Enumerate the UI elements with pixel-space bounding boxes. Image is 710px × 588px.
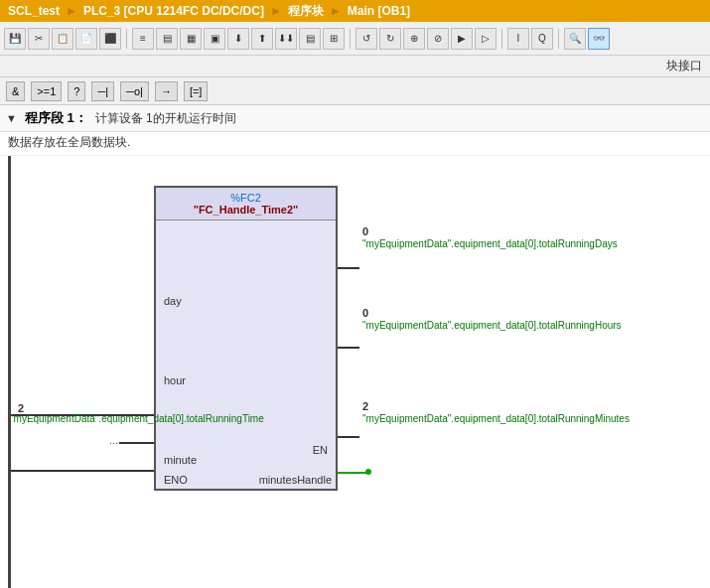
- segment-header: ▼ 程序段 1： 计算设备 1的开机运行时间: [0, 105, 710, 132]
- tb-btn-17[interactable]: ⊕: [403, 28, 425, 50]
- tb-btn-19[interactable]: ▶: [451, 28, 473, 50]
- tb-btn-12[interactable]: ⬇⬇: [275, 28, 297, 50]
- hour-pin-label: hour: [164, 374, 186, 386]
- fc-block-header: %FC2 "FC_Handle_Time2": [156, 188, 336, 220]
- logic-neg-out[interactable]: ─o|: [120, 81, 149, 101]
- minute-out-number: 2: [362, 400, 368, 412]
- tb-btn-21[interactable]: I: [507, 28, 529, 50]
- block-type: 程序块: [288, 3, 324, 20]
- ladder-area: %FC2 "FC_Handle_Time2" EN ENO day hour m…: [0, 156, 710, 588]
- fc-type: %FC2: [158, 192, 334, 204]
- ellipsis-label: ...: [109, 434, 118, 446]
- logic-gte[interactable]: >=1: [31, 81, 62, 101]
- tb-btn-14[interactable]: ⊞: [323, 28, 345, 50]
- block-interface-label: 块接口: [0, 56, 710, 77]
- tb-btn-10[interactable]: ⬇: [227, 28, 249, 50]
- day-out-number: 0: [362, 225, 368, 237]
- segment-note: 数据存放在全局数据块.: [0, 132, 710, 156]
- project-name: SCL_test: [8, 4, 60, 18]
- tb-btn-15[interactable]: ↺: [355, 28, 377, 50]
- fc-block[interactable]: %FC2 "FC_Handle_Time2" EN ENO day hour m…: [154, 186, 338, 491]
- segment-title: 计算设备 1的开机运行时间: [95, 110, 236, 127]
- tb-btn-13[interactable]: ▤: [299, 28, 321, 50]
- eno-dot: [365, 469, 371, 475]
- en-in-line: [119, 442, 154, 444]
- tb-btn-9[interactable]: ▣: [204, 28, 225, 50]
- title-bar: SCL_test ► PLC_3 [CPU 1214FC DC/DC/DC] ►…: [0, 0, 710, 22]
- hour-out-var: "myEquipmentData".equipment_data[0].tota…: [362, 319, 501, 332]
- toolbar-separator-4: [558, 29, 559, 49]
- plc-name: PLC_3 [CPU 1214FC DC/DC/DC]: [83, 4, 264, 18]
- tb-btn-24[interactable]: 👓: [588, 28, 610, 50]
- tb-btn-22[interactable]: Q: [531, 28, 553, 50]
- logic-and[interactable]: &: [6, 81, 25, 101]
- tb-btn-11[interactable]: ⬆: [251, 28, 273, 50]
- hour-out-line: [338, 347, 359, 349]
- day-pin-label: day: [164, 295, 182, 307]
- sep2: ►: [270, 4, 282, 18]
- tb-btn-20[interactable]: ▷: [475, 28, 497, 50]
- tb-btn-7[interactable]: ▤: [156, 28, 178, 50]
- fc-body: EN ENO day hour minute minutesHandle: [156, 220, 336, 489]
- sep1: ►: [66, 4, 77, 18]
- toolbar-separator-1: [126, 29, 127, 49]
- logic-open[interactable]: [=]: [184, 81, 209, 101]
- toolbar-separator-2: [350, 29, 351, 49]
- logic-box[interactable]: ?: [68, 81, 85, 101]
- main-block: Main [OB1]: [348, 4, 410, 18]
- tb-btn-3[interactable]: 📋: [52, 28, 73, 50]
- minutes-handle-pin-label: minutesHandle: [259, 474, 332, 486]
- en-pin-label: EN: [313, 444, 328, 456]
- tb-btn-4[interactable]: 📄: [75, 28, 97, 50]
- tb-btn-8[interactable]: ▦: [180, 28, 202, 50]
- sep3: ►: [330, 4, 342, 18]
- minute-out-line: [338, 436, 359, 438]
- fc-name: "FC_Handle_Time2": [158, 204, 334, 216]
- toolbar-separator-3: [501, 29, 502, 49]
- tb-btn-1[interactable]: 💾: [4, 28, 26, 50]
- power-rail: [8, 156, 11, 588]
- minute-in-var: "myEquipmentData".equipment_data[0].tota…: [10, 412, 149, 425]
- eno-out-line: [338, 472, 367, 474]
- minute-out-var: "myEquipmentData".equipment_data[0].tota…: [362, 412, 501, 425]
- hour-out-number: 0: [362, 307, 368, 319]
- tb-btn-18[interactable]: ⊘: [427, 28, 449, 50]
- minute-pin-label: minute: [164, 454, 197, 466]
- day-out-line: [338, 267, 359, 269]
- logic-conn[interactable]: →: [155, 81, 178, 101]
- tb-btn-23[interactable]: 🔍: [564, 28, 586, 50]
- segment-collapse-arrow[interactable]: ▼: [6, 112, 17, 124]
- logic-toolbar: & >=1 ? ─| ─o| → [=]: [0, 77, 710, 105]
- main-content: ▼ 程序段 1： 计算设备 1的开机运行时间 数据存放在全局数据块. %FC2 …: [0, 105, 710, 588]
- day-out-var: "myEquipmentData".equipment_data[0].tota…: [362, 237, 501, 250]
- tb-btn-5[interactable]: ⬛: [99, 28, 121, 50]
- tb-btn-2[interactable]: ✂: [28, 28, 50, 50]
- tb-btn-6[interactable]: ≡: [132, 28, 154, 50]
- eno-pin-label: ENO: [164, 474, 188, 486]
- logic-neg[interactable]: ─|: [91, 81, 114, 101]
- tb-btn-16[interactable]: ↻: [379, 28, 401, 50]
- segment-number: 程序段 1：: [25, 109, 87, 127]
- minutes-handle-in-line: [11, 470, 154, 472]
- main-toolbar: 💾 ✂ 📋 📄 ⬛ ≡ ▤ ▦ ▣ ⬇ ⬆ ⬇⬇ ▤ ⊞ ↺ ↻ ⊕ ⊘ ▶ ▷…: [0, 22, 710, 56]
